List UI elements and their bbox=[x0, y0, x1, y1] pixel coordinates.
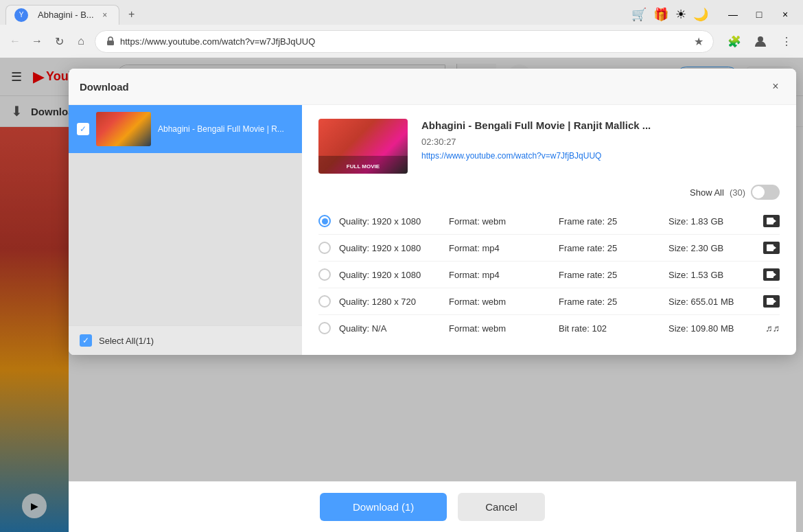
home-button[interactable]: ⌂ bbox=[73, 33, 89, 49]
shopping-cart-icon[interactable]: 🛒 bbox=[631, 7, 647, 22]
video-url[interactable]: https://www.youtube.com/watch?v=w7JfjBJq… bbox=[421, 151, 780, 161]
minimize-button[interactable]: — bbox=[721, 5, 745, 24]
size-4: Size: 655.01 MB bbox=[668, 297, 763, 307]
svg-rect-11 bbox=[767, 244, 773, 251]
queue-empty-area bbox=[69, 153, 302, 325]
moon-icon[interactable]: 🌙 bbox=[693, 7, 708, 22]
video-thumbnail-large: FULL MOVIE bbox=[318, 119, 408, 174]
radio-button-5[interactable] bbox=[318, 322, 331, 334]
browser-menu-button[interactable]: ⋮ bbox=[777, 32, 796, 51]
show-all-count: (30) bbox=[730, 187, 745, 198]
svg-marker-16 bbox=[773, 299, 776, 303]
framerate-3: Frame rate: 25 bbox=[559, 270, 668, 280]
close-button[interactable]: × bbox=[773, 5, 798, 24]
framerate-4: Frame rate: 25 bbox=[559, 297, 668, 307]
panel-close-button[interactable]: × bbox=[766, 77, 785, 96]
select-all-label: Select All(1/1) bbox=[99, 336, 154, 346]
queue-item-thumbnail bbox=[96, 112, 151, 146]
quality-row-4[interactable]: Quality: 1280 x 720 Format: webm Frame r… bbox=[318, 288, 780, 315]
extensions-icon[interactable]: 🧩 bbox=[725, 32, 744, 51]
video-icon-4 bbox=[763, 295, 780, 308]
queue-item-check[interactable]: ✓ bbox=[77, 123, 89, 135]
options-panel: FULL MOVIE Abhagini - Bengali Full Movie… bbox=[302, 105, 796, 355]
star-icon[interactable]: ★ bbox=[694, 35, 703, 48]
show-all-label: Show All bbox=[690, 187, 724, 198]
format-4: Format: webm bbox=[449, 297, 559, 307]
svg-marker-10 bbox=[773, 219, 776, 223]
format-2: Format: mp4 bbox=[449, 243, 559, 253]
quality-2: Quality: 1920 x 1080 bbox=[339, 243, 449, 253]
tab-title: Abhagini - B... bbox=[38, 10, 94, 20]
panel-title: Download bbox=[80, 81, 129, 93]
back-button[interactable]: ← bbox=[7, 33, 23, 49]
framerate-1: Frame rate: 25 bbox=[559, 216, 668, 227]
select-all-checkbox[interactable]: ✓ bbox=[80, 334, 92, 347]
download-dialog: Download × ✓ Abhagini - Bengali Full Mov… bbox=[69, 69, 796, 355]
gift-icon[interactable]: 🎁 bbox=[653, 7, 668, 22]
show-all-toggle[interactable] bbox=[751, 185, 780, 200]
format-1: Format: webm bbox=[449, 216, 559, 227]
framerate-2: Frame rate: 25 bbox=[559, 243, 668, 253]
queue-item-title: Abhagini - Bengali Full Movie | R... bbox=[158, 124, 284, 135]
quality-row-1[interactable]: Quality: 1920 x 1080 Format: webm Frame … bbox=[318, 208, 780, 235]
video-icon-2 bbox=[763, 242, 780, 254]
quality-1: Quality: 1920 x 1080 bbox=[339, 216, 449, 227]
size-2: Size: 2.30 GB bbox=[668, 243, 763, 253]
quality-4: Quality: 1280 x 720 bbox=[339, 297, 449, 307]
framerate-5: Bit rate: 102 bbox=[559, 323, 668, 334]
quality-3: Quality: 1920 x 1080 bbox=[339, 270, 449, 280]
url-display: https://www.youtube.com/watch?v=w7JfjBJq… bbox=[120, 36, 315, 47]
video-icon-1 bbox=[763, 215, 780, 227]
size-5: Size: 109.80 MB bbox=[668, 323, 765, 334]
radio-button-1[interactable] bbox=[318, 215, 331, 227]
new-tab-button[interactable]: + bbox=[122, 5, 141, 24]
select-all-row[interactable]: ✓ Select All(1/1) bbox=[69, 325, 302, 355]
show-all-row: Show All (30) bbox=[318, 185, 780, 200]
svg-point-1 bbox=[758, 36, 763, 42]
lock-icon bbox=[105, 36, 116, 47]
brightness-icon[interactable]: ☀ bbox=[675, 7, 686, 22]
maximize-button[interactable]: □ bbox=[747, 5, 771, 24]
panel-body: ✓ Abhagini - Bengali Full Movie | R... ✓… bbox=[69, 105, 796, 355]
panel-header: Download × bbox=[69, 69, 796, 105]
svg-rect-0 bbox=[107, 41, 114, 45]
svg-rect-13 bbox=[767, 271, 773, 278]
video-info-row: FULL MOVIE Abhagini - Bengali Full Movie… bbox=[318, 119, 780, 174]
size-1: Size: 1.83 GB bbox=[668, 216, 763, 227]
quality-options-list: Quality: 1920 x 1080 Format: webm Frame … bbox=[318, 208, 780, 341]
svg-marker-14 bbox=[773, 273, 776, 277]
radio-button-2[interactable] bbox=[318, 242, 331, 254]
download-button[interactable]: Download (1) bbox=[320, 493, 447, 521]
cancel-button[interactable]: Cancel bbox=[458, 493, 545, 521]
size-3: Size: 1.53 GB bbox=[668, 270, 763, 280]
radio-button-4[interactable] bbox=[318, 295, 331, 308]
video-title: Abhagini - Bengali Full Movie | Ranjit M… bbox=[421, 119, 780, 132]
quality-5: Quality: N/A bbox=[339, 323, 449, 334]
format-3: Format: mp4 bbox=[449, 270, 559, 280]
audio-icon-5: ♬♬ bbox=[765, 323, 780, 334]
svg-rect-9 bbox=[767, 218, 773, 224]
quality-row-5[interactable]: Quality: N/A Format: webm Bit rate: 102 … bbox=[318, 315, 780, 341]
svg-rect-15 bbox=[767, 298, 773, 305]
active-tab[interactable]: Y Abhagini - B... × bbox=[5, 5, 119, 25]
tab-close-button[interactable]: × bbox=[100, 10, 110, 21]
radio-button-3[interactable] bbox=[318, 268, 331, 281]
queue-panel: ✓ Abhagini - Bengali Full Movie | R... ✓… bbox=[69, 105, 302, 355]
video-icon-3 bbox=[763, 268, 780, 281]
forward-button[interactable]: → bbox=[29, 33, 45, 49]
address-bar[interactable]: https://www.youtube.com/watch?v=w7JfjBJq… bbox=[95, 30, 714, 53]
queue-item[interactable]: ✓ Abhagini - Bengali Full Movie | R... bbox=[69, 105, 302, 153]
svg-marker-12 bbox=[773, 246, 776, 250]
video-duration: 02:30:27 bbox=[421, 137, 780, 147]
quality-row-3[interactable]: Quality: 1920 x 1080 Format: mp4 Frame r… bbox=[318, 262, 780, 288]
tab-favicon: Y bbox=[14, 8, 28, 22]
profile-button[interactable] bbox=[751, 32, 770, 51]
toggle-knob bbox=[752, 186, 765, 198]
video-meta: Abhagini - Bengali Full Movie | Ranjit M… bbox=[421, 119, 780, 174]
refresh-button[interactable]: ↻ bbox=[51, 33, 67, 49]
format-5: Format: webm bbox=[449, 323, 559, 334]
dialog-footer: Download (1) Cancel bbox=[69, 481, 796, 532]
quality-row-2[interactable]: Quality: 1920 x 1080 Format: mp4 Frame r… bbox=[318, 235, 780, 262]
